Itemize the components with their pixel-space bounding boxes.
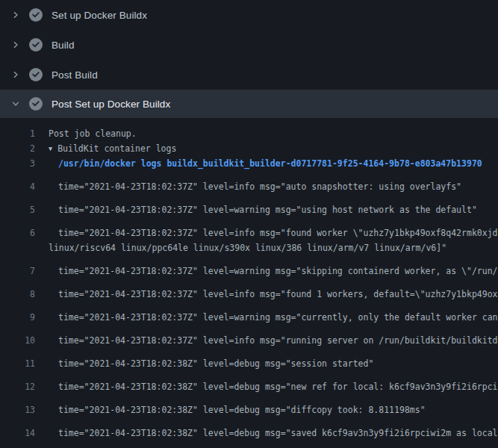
log-line: 2 ▼ BuildKit container logs	[0, 141, 498, 156]
step-header-post-build[interactable]: Post Build	[0, 60, 498, 90]
log-line: 12 ▼ time="2021-04-23T18:02:38Z" level=d…	[0, 371, 498, 394]
log-line: 7 ▼ time="2021-04-23T18:02:37Z" level=wa…	[0, 255, 498, 279]
log-line-number[interactable]: 5	[0, 202, 35, 217]
check-circle-icon	[29, 68, 43, 81]
log-line-text: time="2021-04-23T18:02:37Z" level=info m…	[35, 287, 498, 302]
log-line: 13 ▼ time="2021-04-23T18:02:38Z" level=d…	[0, 394, 498, 417]
log-line-number[interactable]: 14	[0, 426, 35, 441]
step-title: Build	[52, 40, 75, 51]
log-line-text: time="2021-04-23T18:02:38Z" level=debug …	[35, 402, 426, 417]
log-line-text: Post job cleanup.	[35, 126, 137, 141]
log-line-number[interactable]: 12	[0, 379, 35, 394]
step-header-post-set-up-docker-buildx[interactable]: Post Set up Docker Buildx	[0, 90, 498, 118]
log-line: 3 ▼ /usr/bin/docker logs buildx_buildkit…	[0, 156, 498, 171]
log-line-text: time="2021-04-23T18:02:37Z" level=info m…	[35, 225, 498, 240]
log-line: 10 ▼ time="2021-04-23T18:02:37Z" level=i…	[0, 325, 498, 348]
chevron-icon[interactable]	[10, 40, 21, 50]
step-header-build[interactable]: Build	[0, 30, 498, 60]
log-line-number[interactable]: 1	[0, 126, 35, 141]
log-line-number[interactable]: 2	[0, 141, 35, 156]
log-line: 8 ▼ time="2021-04-23T18:02:37Z" level=in…	[0, 279, 498, 302]
log-line: 11 ▼ time="2021-04-23T18:02:38Z" level=d…	[0, 348, 498, 371]
log-line-number[interactable]: 13	[0, 402, 35, 417]
log-line-number[interactable]	[0, 240, 35, 255]
actions-log-viewer: Set up Docker Buildx Build	[0, 0, 498, 448]
log-line: 15 ▼ time="2021-04-23T18:02:38Z" level=d…	[0, 441, 498, 448]
log-line-text: time="2021-04-23T18:02:38Z" level=debug …	[35, 356, 373, 371]
log-line-number[interactable]: 4	[0, 179, 35, 194]
chevron-icon[interactable]	[10, 69, 21, 80]
log-line-number[interactable]: 6	[0, 225, 35, 240]
step-title: Post Build	[52, 69, 98, 81]
log-line: 9 ▼ time="2021-04-23T18:02:37Z" level=wa…	[0, 302, 498, 325]
log-line-text: time="2021-04-23T18:02:37Z" level=info m…	[35, 333, 498, 348]
log-line-text: time="2021-04-23T18:02:37Z" level=warnin…	[35, 310, 498, 325]
log-line-text: time="2021-04-23T18:02:37Z" level=info m…	[35, 179, 461, 194]
check-circle-icon	[29, 8, 43, 22]
log-line-text: time="2021-04-23T18:02:37Z" level=warnin…	[35, 264, 498, 279]
log-line: 14 ▼ time="2021-04-23T18:02:38Z" level=d…	[0, 417, 498, 441]
steps-list: Set up Docker Buildx Build	[0, 0, 498, 118]
log-line-number[interactable]: 9	[0, 310, 35, 325]
log-line: 4 ▼ time="2021-04-23T18:02:37Z" level=in…	[0, 171, 498, 194]
log-line-number[interactable]: 3	[0, 156, 35, 171]
check-circle-icon	[29, 97, 43, 111]
check-circle-icon	[29, 38, 43, 52]
step-title: Set up Docker Buildx	[52, 10, 147, 21]
log-line: ▼ linux/riscv64 linux/ppc64le linux/s390…	[0, 240, 498, 255]
log-line: 6 ▼ time="2021-04-23T18:02:37Z" level=in…	[0, 217, 498, 240]
log-line-number[interactable]: 10	[0, 333, 35, 348]
log-line-text[interactable]: BuildKit container logs	[57, 141, 176, 156]
log-area: 1 ▼ Post job cleanup. 2 ▼ BuildKit conta…	[0, 118, 498, 448]
log-line-text: time="2021-04-23T18:02:38Z" level=debug …	[35, 426, 498, 441]
log-line-text: /usr/bin/docker logs buildx_buildkit_bui…	[35, 156, 482, 171]
log-line-text: time="2021-04-23T18:02:37Z" level=warnin…	[35, 202, 477, 217]
chevron-icon[interactable]	[10, 10, 21, 20]
step-title: Post Set up Docker Buildx	[52, 99, 170, 110]
step-header-set-up-docker-buildx[interactable]: Set up Docker Buildx	[0, 0, 498, 30]
log-line-number[interactable]: 8	[0, 287, 35, 302]
log-line-text: time="2021-04-23T18:02:38Z" level=debug …	[35, 379, 498, 394]
log-line: 1 ▼ Post job cleanup.	[0, 126, 498, 141]
log-line-text: linux/riscv64 linux/ppc64le linux/s390x …	[35, 240, 446, 255]
log-line-number[interactable]: 11	[0, 356, 35, 371]
log-line-number[interactable]: 7	[0, 264, 35, 279]
collapse-triangle-icon[interactable]: ▼	[35, 141, 57, 156]
chevron-icon[interactable]	[10, 99, 21, 109]
log-line: 5 ▼ time="2021-04-23T18:02:37Z" level=wa…	[0, 194, 498, 217]
